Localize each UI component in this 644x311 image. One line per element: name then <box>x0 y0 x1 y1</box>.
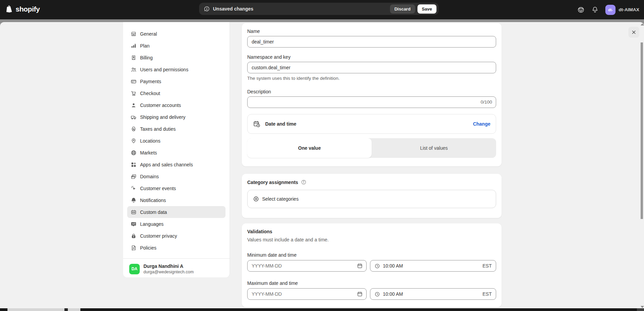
sidebar-item-checkout[interactable]: Checkout <box>127 87 226 99</box>
sidebar-item-customer-privacy[interactable]: Customer privacy <box>127 230 226 242</box>
change-type-link[interactable]: Change <box>473 121 490 127</box>
lock-icon <box>131 233 137 239</box>
sidebar-item-taxes-and-duties[interactable]: Taxes and duties <box>127 123 226 135</box>
unsaved-changes-banner: Unsaved changes Discard Save <box>199 3 438 15</box>
bell-icon <box>131 197 137 203</box>
description-counter: 0/100 <box>481 99 492 105</box>
person-icon <box>131 102 137 108</box>
sidebar-item-customer-events[interactable]: Customer events <box>127 182 226 194</box>
percent-icon <box>131 126 137 132</box>
sidebar-item-general[interactable]: General <box>127 28 226 40</box>
date-time-type-icon <box>253 120 260 128</box>
max-date-input[interactable] <box>247 288 367 300</box>
sidebar-item-notifications[interactable]: Notifications <box>127 194 226 206</box>
sidebar-item-payments[interactable]: Payments <box>127 75 226 87</box>
close-settings-button[interactable] <box>628 27 639 38</box>
sidebar-item-apps-and-sales-channels[interactable]: Apps and sales channels <box>127 159 226 170</box>
sidebar-item-locations[interactable]: Locations <box>127 135 226 147</box>
sidebar-item-users-and-permissions[interactable]: Users and permissions <box>127 63 226 75</box>
one-value-segment[interactable]: One value <box>247 138 372 158</box>
sidebar-item-plan[interactable]: Plan <box>127 40 226 52</box>
calendar-icon <box>357 291 363 297</box>
data-icon <box>131 209 137 215</box>
sidebar-item-languages[interactable]: Languages <box>127 218 226 230</box>
sidebar-item-domains[interactable]: Domains <box>127 170 226 182</box>
sidebar-item-markets[interactable]: Markets <box>127 147 226 159</box>
sidebar-item-customer-accounts[interactable]: Customer accounts <box>127 99 226 111</box>
alert-icon <box>204 6 210 12</box>
cursor-icon <box>131 185 137 191</box>
min-timezone: EST <box>483 263 492 269</box>
min-date-label: Minimum date and time <box>247 252 496 258</box>
globe-icon <box>131 150 137 156</box>
pin-icon <box>131 138 137 144</box>
sidebar-item-shipping-and-delivery[interactable]: Shipping and delivery <box>127 111 226 123</box>
calendar-icon <box>357 263 363 269</box>
discard-button[interactable]: Discard <box>390 4 415 14</box>
topbar: shopify Unsaved changes Discard Save dt-… <box>0 0 644 19</box>
scrollbar-up-arrow[interactable] <box>641 23 644 25</box>
unsaved-changes-text: Unsaved changes <box>213 6 253 12</box>
user-avatar: DA <box>129 264 140 274</box>
list-of-values-segment[interactable]: List of values <box>372 138 496 158</box>
vertical-scrollbar-thumb[interactable] <box>641 42 643 219</box>
scrollbar-down-arrow[interactable] <box>641 306 644 308</box>
sidebar-item-custom-data[interactable]: Custom data <box>127 206 226 218</box>
sidebar-item-policies[interactable]: Policies <box>127 242 226 254</box>
max-time-value: 10:00 AM <box>383 291 403 297</box>
user-email: durga@wedesigntech.com <box>143 269 194 275</box>
settings-nav: General Plan Billing Users and permissio… <box>123 22 230 256</box>
min-time-value: 10:00 AM <box>383 263 403 269</box>
max-time-input[interactable]: 10:00 AM EST <box>370 288 496 300</box>
validations-subtitle: Values must include a date and a time. <box>247 237 496 242</box>
validations-title: Validations <box>247 229 496 234</box>
close-icon <box>631 29 637 35</box>
namespace-label: Namespace and key <box>247 54 496 60</box>
settings-modal: General Plan Billing Users and permissio… <box>0 22 644 308</box>
name-label: Name <box>247 29 496 34</box>
translate-icon <box>131 221 137 227</box>
domains-icon <box>131 173 137 180</box>
document-icon <box>131 245 137 251</box>
max-timezone: EST <box>483 291 492 297</box>
apps-icon <box>131 162 137 168</box>
users-icon <box>131 67 137 73</box>
sidekick-icon[interactable] <box>577 6 585 14</box>
description-input[interactable] <box>247 96 496 108</box>
billing-icon <box>131 55 137 61</box>
store-icon <box>131 31 137 37</box>
shopify-bag-icon <box>5 5 14 14</box>
validations-card: Validations Values must include a date a… <box>242 223 502 307</box>
store-avatar: dt- <box>605 5 616 15</box>
description-label: Description <box>247 89 496 94</box>
min-time-input[interactable]: 10:00 AM EST <box>370 260 496 272</box>
content-type-label: Date and time <box>265 121 296 127</box>
truck-icon <box>131 114 137 120</box>
plus-circle-icon <box>253 196 259 202</box>
info-icon[interactable] <box>301 179 307 185</box>
namespace-input[interactable] <box>247 62 496 73</box>
plan-icon <box>131 43 137 49</box>
shopify-wordmark: shopify <box>16 5 40 13</box>
select-categories-label: Select categories <box>262 196 298 202</box>
min-date-input[interactable] <box>247 260 367 272</box>
taskbar-segment <box>637 308 644 311</box>
user-name: Durga Nandhini A <box>143 263 194 269</box>
max-date-label: Maximum date and time <box>247 280 496 286</box>
checkout-icon <box>131 90 137 96</box>
select-categories-button[interactable]: Select categories <box>247 190 496 208</box>
content-type-row: Date and time Change <box>247 114 496 134</box>
save-button[interactable]: Save <box>417 4 436 14</box>
sidebar-item-billing[interactable]: Billing <box>127 52 226 63</box>
category-assignments-title: Category assignments <box>247 180 298 185</box>
sidebar-user[interactable]: DA Durga Nandhini A durga@wedesigntech.c… <box>123 259 230 279</box>
bottom-taskbar <box>0 308 644 311</box>
category-assignments-card: Category assignments Select categories <box>242 174 502 218</box>
settings-sidebar: General Plan Billing Users and permissio… <box>123 22 230 277</box>
payments-icon <box>131 78 137 85</box>
value-mode-toggle: One value List of values <box>247 138 496 158</box>
notifications-bell-icon[interactable] <box>591 6 599 13</box>
shopify-logo[interactable]: shopify <box>5 5 40 14</box>
store-menu[interactable]: dt- dt-AIMAX <box>605 5 639 15</box>
name-input[interactable] <box>247 36 496 48</box>
